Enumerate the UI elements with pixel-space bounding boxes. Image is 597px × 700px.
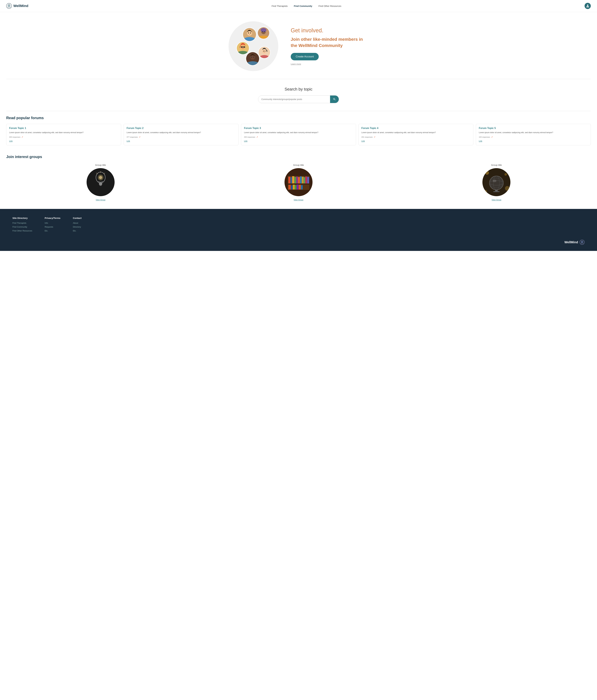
group-view-link-2[interactable]: View Group xyxy=(294,199,303,201)
svg-point-32 xyxy=(99,176,102,179)
footer-link-requests[interactable]: Requests xyxy=(45,226,60,228)
svg-rect-49 xyxy=(307,177,309,183)
svg-point-58 xyxy=(485,171,489,175)
svg-point-61 xyxy=(484,190,487,193)
footer-brain-icon xyxy=(579,240,585,245)
footer: Site Directory Find Therapists Find Comm… xyxy=(0,209,597,251)
group-image-1 xyxy=(86,168,114,196)
footer-link-find-community[interactable]: Find Community xyxy=(12,226,32,228)
svg-point-25 xyxy=(254,57,254,57)
footer-content: Site Directory Find Therapists Find Comm… xyxy=(12,217,585,233)
search-icon xyxy=(333,98,336,101)
forum-responses-2: 377 responses xyxy=(127,136,138,138)
forum-title-3[interactable]: Forum Topic 3 xyxy=(244,127,353,130)
group-title-2: Group title xyxy=(285,164,312,166)
forum-link-4[interactable]: Link xyxy=(361,140,365,142)
svg-point-17 xyxy=(262,49,266,53)
svg-rect-43 xyxy=(296,177,298,183)
forum-link-5[interactable]: Link xyxy=(479,140,482,142)
forum-meta-2: 377 responses ↗ xyxy=(127,136,236,138)
svg-rect-40 xyxy=(290,177,292,183)
forum-meta-1: 403 responses ↗ xyxy=(9,136,118,138)
forum-title-5[interactable]: Forum Topic 5 xyxy=(479,127,588,130)
search-bar xyxy=(258,95,339,103)
footer-link-directory[interactable]: Directory xyxy=(73,226,82,228)
footer-link-about[interactable]: About xyxy=(73,222,82,224)
group-view-link-1[interactable]: View Group xyxy=(96,199,105,201)
forum-card-5: Forum Topic 5 Lorem ipsum dolor sit amet… xyxy=(476,124,591,145)
forum-body-3: Lorem ipsum dolor sit amet, consetetur s… xyxy=(244,131,353,134)
svg-rect-55 xyxy=(298,185,301,190)
avatar-cluster xyxy=(233,26,274,67)
brand-logo[interactable]: WellMind xyxy=(6,3,28,9)
brand-name: WellMind xyxy=(14,4,28,8)
books-svg xyxy=(285,168,312,196)
nav-find-other-resources[interactable]: Find Other Resources xyxy=(318,5,341,7)
navbar: WellMind Find Therapists Find Community … xyxy=(0,0,597,12)
profile-button[interactable] xyxy=(585,3,591,9)
forums-section: Read popular forums Forum Topic 1 Lorem … xyxy=(0,111,597,150)
forum-title-1[interactable]: Forum Topic 1 xyxy=(9,127,118,130)
search-button[interactable] xyxy=(330,96,339,103)
avatar-2 xyxy=(257,27,270,39)
trend-icon-1: ↗ xyxy=(21,136,23,138)
avatar-5 xyxy=(245,52,260,66)
bulb-svg xyxy=(86,168,114,196)
groups-heading: Join interest groups xyxy=(6,155,591,159)
footer-col-heading-3: Contact xyxy=(73,217,82,219)
svg-point-10 xyxy=(264,31,265,32)
nav-find-community[interactable]: Find Community xyxy=(294,5,312,7)
hero-illustration xyxy=(229,21,278,71)
svg-point-23 xyxy=(253,57,254,57)
trend-icon-2: ↗ xyxy=(139,136,140,138)
group-image-3 xyxy=(483,168,511,196)
learn-more-link[interactable]: Learn more xyxy=(291,63,368,65)
footer-link-etc-2[interactable]: Etc. xyxy=(73,230,82,232)
forum-title-2[interactable]: Forum Topic 2 xyxy=(127,127,236,130)
group-title-3: Group title xyxy=(483,164,511,166)
hero-section: Get involved. Join other like-minded mem… xyxy=(205,12,392,79)
group-item-2: Group title xyxy=(285,164,312,201)
group-title-1: Group title xyxy=(86,164,114,166)
avatar-3 xyxy=(236,42,250,55)
forum-title-4[interactable]: Forum Topic 4 xyxy=(361,127,470,130)
nav-find-therapists[interactable]: Find Therapists xyxy=(271,5,288,7)
group-view-link-3[interactable]: View Group xyxy=(492,199,501,201)
footer-link-etc-1[interactable]: Etc. xyxy=(45,230,60,232)
svg-rect-13 xyxy=(241,47,243,48)
svg-rect-53 xyxy=(295,185,296,190)
svg-rect-54 xyxy=(296,184,298,190)
forum-body-1: Lorem ipsum dolor sit amet, consetetur s… xyxy=(9,131,118,134)
forum-card-2: Forum Topic 2 Lorem ipsum dolor sit amet… xyxy=(124,124,238,145)
search-input[interactable] xyxy=(258,96,330,103)
svg-rect-47 xyxy=(304,177,305,183)
svg-rect-14 xyxy=(243,47,245,48)
group-item-1: Group title View Group xyxy=(86,164,114,201)
footer-link-find-therapists[interactable]: Find Therapists xyxy=(12,222,32,224)
search-section: Search by topic xyxy=(0,79,597,111)
footer-link-find-other-resources[interactable]: Find Other Resources xyxy=(12,230,32,232)
forum-link-1[interactable]: Link xyxy=(9,140,12,142)
forum-responses-5: 103 responses xyxy=(479,136,490,138)
svg-rect-51 xyxy=(291,185,293,190)
svg-rect-50 xyxy=(288,185,291,190)
create-account-button[interactable]: Create Account xyxy=(291,53,319,60)
groups-section: Join interest groups Group title xyxy=(0,150,597,209)
svg-rect-45 xyxy=(300,176,302,183)
svg-point-62 xyxy=(489,176,503,190)
forum-responses-1: 403 responses xyxy=(9,136,20,138)
avatar-1 xyxy=(242,27,257,42)
forum-link-2[interactable]: Link xyxy=(127,140,130,142)
svg-point-9 xyxy=(262,31,263,32)
search-heading: Search by topic xyxy=(6,87,591,92)
forum-card-4: Forum Topic 4 Lorem ipsum dolor sit amet… xyxy=(359,124,473,145)
forum-link-3[interactable]: Link xyxy=(244,140,248,142)
footer-link-info[interactable]: Info xyxy=(45,222,60,224)
hero-content: Get involved. Join other like-minded mem… xyxy=(291,27,368,65)
svg-point-69 xyxy=(493,180,496,182)
groups-grid: Group title View Group xyxy=(6,164,591,201)
svg-point-18 xyxy=(263,51,264,51)
svg-rect-56 xyxy=(301,185,303,190)
svg-point-5 xyxy=(250,32,251,33)
group-item-3: Group title xyxy=(483,164,511,201)
